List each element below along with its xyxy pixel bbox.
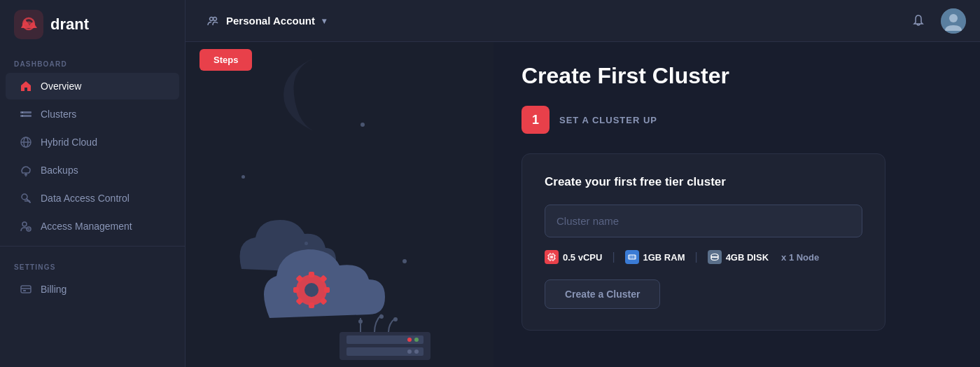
illustration-panel: Steps — [186, 42, 493, 367]
sidebar-item-overview-label: Overview — [41, 81, 81, 92]
svg-point-38 — [414, 338, 419, 342]
node-count: x 1 Node — [781, 252, 819, 263]
backups-icon — [20, 164, 32, 176]
svg-point-25 — [304, 283, 318, 297]
cluster-name-input[interactable] — [545, 205, 862, 237]
svg-point-23 — [949, 14, 958, 22]
cpu-icon — [545, 250, 559, 264]
access-mgmt-icon — [20, 220, 32, 233]
sidebar-item-clusters-label: Clusters — [41, 109, 76, 120]
sidebar-item-clusters[interactable]: Clusters — [6, 101, 179, 127]
svg-point-42 — [379, 314, 384, 319]
spec-divider-1: | — [612, 251, 615, 263]
home-icon — [20, 80, 32, 92]
logo-text: drant — [50, 15, 89, 34]
form-card: Create your first free tier cluster — [522, 153, 886, 331]
step-indicator: 1 SET A CLUSTER UP — [522, 106, 952, 134]
svg-point-37 — [407, 338, 412, 342]
sidebar-item-billing-label: Billing — [41, 284, 66, 295]
topbar: Personal Account ▾ — [186, 0, 980, 42]
dot-decoration-1 — [360, 123, 365, 127]
svg-rect-35 — [346, 335, 424, 344]
svg-rect-29 — [293, 287, 299, 293]
svg-point-13 — [22, 222, 27, 226]
svg-point-43 — [393, 317, 398, 321]
sidebar-item-hybrid-cloud-label: Hybrid Cloud — [41, 137, 97, 148]
svg-point-21 — [214, 17, 217, 20]
ram-spec: 1GB RAM — [625, 250, 685, 264]
sidebar-item-overview[interactable]: Overview — [6, 73, 179, 99]
people-icon — [206, 15, 219, 27]
sidebar-item-access-mgmt[interactable]: Access Management — [6, 213, 179, 240]
specs-row: 0.5 vCPU | 1GB RAM — [545, 250, 862, 264]
moon-decoration — [276, 49, 340, 140]
step-number: 1 — [522, 106, 550, 134]
svg-rect-27 — [309, 303, 314, 308]
svg-rect-19 — [23, 290, 26, 291]
svg-point-4 — [22, 112, 23, 113]
create-panel: Create First Cluster 1 SET A CLUSTER UP … — [493, 42, 980, 367]
account-name: Personal Account — [226, 15, 315, 27]
logo-icon — [14, 10, 43, 39]
step-label: SET A CLUSTER UP — [559, 115, 657, 125]
svg-point-5 — [22, 116, 23, 117]
clusters-icon — [20, 108, 32, 120]
page-title: Create First Cluster — [522, 63, 952, 89]
svg-point-40 — [414, 349, 419, 354]
main-area: Personal Account ▾ Steps — [186, 0, 980, 367]
spec-divider-2: | — [694, 251, 697, 263]
svg-rect-17 — [21, 286, 31, 293]
ram-icon — [625, 250, 639, 264]
svg-rect-36 — [346, 347, 424, 356]
logo-area: drant — [0, 0, 185, 49]
bell-icon — [911, 13, 926, 29]
billing-icon — [20, 283, 32, 296]
dashboard-section-label: DASHBOARD — [0, 49, 185, 72]
sidebar: drant DASHBOARD Overview Clusters — [0, 0, 186, 367]
account-selector[interactable]: Personal Account ▾ — [200, 11, 333, 32]
topbar-right — [906, 8, 966, 34]
ram-value: 1GB RAM — [643, 252, 685, 263]
cloud-illustration — [200, 129, 479, 367]
settings-section-label: SETTINGS — [0, 252, 185, 275]
disk-value: 4GB DISK — [726, 252, 769, 263]
sidebar-item-hybrid-cloud[interactable]: Hybrid Cloud — [6, 129, 179, 155]
sidebar-item-backups[interactable]: Backups — [6, 157, 179, 184]
cpu-spec: 0.5 vCPU — [545, 250, 602, 264]
sidebar-item-data-access-label: Data Access Control — [41, 193, 130, 204]
svg-point-41 — [358, 319, 363, 324]
chevron-down-icon: ▾ — [322, 16, 326, 26]
sidebar-item-data-access[interactable]: Data Access Control — [6, 185, 179, 212]
steps-button[interactable]: Steps — [200, 49, 252, 71]
disk-icon — [708, 250, 722, 264]
avatar[interactable] — [941, 8, 966, 34]
svg-point-39 — [407, 349, 412, 354]
sidebar-item-backups-label: Backups — [41, 165, 78, 176]
svg-rect-28 — [324, 287, 330, 293]
sidebar-item-access-mgmt-label: Access Management — [41, 221, 132, 232]
notifications-button[interactable] — [906, 8, 931, 34]
create-cluster-button[interactable]: Create a Cluster — [545, 279, 660, 309]
data-access-icon — [20, 192, 32, 205]
svg-rect-45 — [550, 256, 553, 258]
sidebar-item-billing[interactable]: Billing — [6, 276, 179, 303]
cpu-value: 0.5 vCPU — [563, 252, 602, 263]
sidebar-divider — [0, 246, 185, 247]
disk-spec: 4GB DISK — [708, 250, 769, 264]
hybrid-cloud-icon — [20, 136, 32, 148]
svg-rect-26 — [309, 272, 314, 277]
form-subtitle: Create your first free tier cluster — [545, 175, 862, 189]
content-area: Steps — [186, 42, 980, 367]
